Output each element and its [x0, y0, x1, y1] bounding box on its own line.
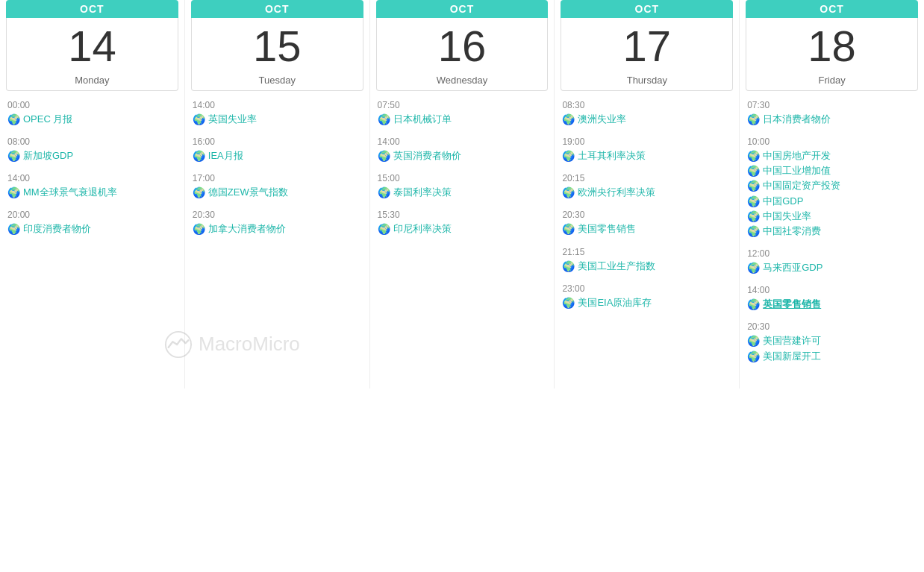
event-item: 🌍印尼利率决策 [378, 222, 547, 236]
event-group: 15:30🌍印尼利率决策 [378, 210, 547, 236]
event-group: 23:00🌍美国EIA原油库存 [562, 283, 731, 309]
date-card-14: OCT14Monday [6, 0, 178, 91]
globe-icon: 🌍 [747, 150, 760, 162]
event-item: 🌍日本机械订单 [378, 113, 547, 126]
weekday-label: Friday [746, 72, 918, 91]
event-item: 🌍美国新屋开工 [747, 350, 917, 363]
event-time: 16:00 [193, 136, 362, 147]
globe-icon: 🌍 [747, 113, 760, 125]
svg-point-0 [166, 332, 191, 357]
globe-icon: 🌍 [747, 180, 760, 192]
event-item: 🌍欧洲央行利率决策 [562, 186, 731, 199]
event-item: 🌍中国社零消费 [747, 224, 917, 238]
event-name: 日本机械订单 [393, 113, 452, 126]
globe-icon: 🌍 [378, 113, 390, 125]
globe-icon: 🌍 [562, 223, 575, 235]
event-time: 14:00 [193, 100, 362, 110]
events-list: 07:30🌍日本消费者物价10:00🌍中国房地产开发🌍中国工业增加值🌍中国固定资… [740, 91, 924, 363]
event-time: 20:15 [562, 173, 731, 183]
event-time: 23:00 [562, 283, 731, 294]
event-item: 🌍IEA月报 [193, 149, 362, 163]
event-item: 🌍澳洲失业率 [562, 113, 731, 126]
event-item: 🌍中国房地产开发 [747, 149, 917, 163]
event-group: 14:00🌍英国消费者物价 [378, 136, 547, 163]
day-number: 14 [6, 18, 178, 72]
event-name: 土耳其利率决策 [578, 149, 646, 163]
event-name: 德国ZEW景气指数 [208, 186, 288, 199]
globe-icon: 🌍 [7, 150, 20, 162]
event-item: 🌍英国零售销售 [747, 298, 917, 311]
month-label: OCT [6, 0, 178, 18]
weekday-label: Wednesday [376, 72, 549, 91]
event-group: 12:00🌍马来西亚GDP [747, 248, 917, 274]
event-item: 🌍美国零售销售 [562, 222, 731, 236]
event-time: 07:50 [378, 100, 547, 110]
date-card-16: OCT16Wednesday [376, 0, 549, 91]
event-group: 00:00🌍OPEC 月报 [7, 100, 177, 126]
event-time: 20:30 [193, 210, 362, 220]
event-name: 欧洲央行利率决策 [578, 186, 655, 199]
calendar-grid: OCT14Monday00:00🌍OPEC 月报08:00🌍新加坡GDP14:0… [0, 0, 924, 389]
event-name: 美国工业生产指数 [578, 260, 655, 273]
globe-icon: 🌍 [7, 186, 20, 198]
event-item: 🌍中国工业增加值 [747, 164, 917, 177]
event-time: 08:00 [7, 136, 177, 147]
day-col-14: OCT14Monday00:00🌍OPEC 月报08:00🌍新加坡GDP14:0… [0, 0, 185, 389]
event-name: 加拿大消费者物价 [208, 222, 286, 236]
event-name: 中国固定资产投资 [763, 179, 840, 192]
event-time: 14:00 [7, 173, 177, 183]
globe-icon: 🌍 [378, 150, 390, 162]
event-name: 印尼利率决策 [393, 222, 452, 236]
event-name: 马来西亚GDP [763, 261, 822, 274]
month-label: OCT [376, 0, 549, 18]
month-label: OCT [746, 0, 918, 18]
event-item: 🌍印度消费者物价 [7, 222, 177, 236]
date-card-18: OCT18Friday [746, 0, 918, 91]
month-label: OCT [561, 0, 733, 18]
event-item: 🌍泰国利率决策 [378, 186, 547, 199]
event-time: 19:00 [562, 136, 731, 147]
globe-icon: 🌍 [562, 260, 575, 272]
weekday-label: Tuesday [191, 72, 363, 91]
event-group: 19:00🌍土耳其利率决策 [562, 136, 731, 163]
event-group: 07:30🌍日本消费者物价 [747, 100, 917, 126]
event-name: 中国房地产开发 [763, 149, 831, 163]
event-name: 美国营建许可 [763, 334, 821, 348]
globe-icon: 🌍 [378, 186, 390, 198]
event-name: 中国工业增加值 [763, 164, 831, 177]
event-group: 20:30🌍美国零售销售 [562, 210, 731, 236]
events-list: 07:50🌍日本机械订单14:00🌍英国消费者物价15:00🌍泰国利率决策15:… [370, 91, 555, 236]
globe-icon: 🌍 [7, 223, 20, 235]
event-item: 🌍美国EIA原油库存 [562, 296, 731, 309]
event-name: 美国零售销售 [578, 222, 636, 236]
event-time: 20:30 [747, 321, 917, 332]
event-group: 14:00🌍英国零售销售 [747, 285, 917, 311]
globe-icon: 🌍 [562, 297, 575, 309]
event-time: 17:00 [193, 173, 362, 183]
event-group: 20:15🌍欧洲央行利率决策 [562, 173, 731, 199]
events-list: 14:00🌍英国失业率16:00🌍IEA月报17:00🌍德国ZEW景气指数20:… [185, 91, 369, 236]
event-name: OPEC 月报 [23, 113, 72, 126]
weekday-label: Thursday [561, 72, 733, 91]
day-col-18: OCT18Friday07:30🌍日本消费者物价10:00🌍中国房地产开发🌍中国… [740, 0, 924, 389]
globe-icon: 🌍 [562, 186, 575, 198]
event-item: 🌍英国失业率 [193, 113, 362, 126]
event-time: 15:00 [378, 173, 547, 183]
globe-icon: 🌍 [747, 210, 760, 222]
event-item: 🌍新加坡GDP [7, 149, 177, 163]
event-name: MM全球景气衰退机率 [23, 186, 117, 199]
event-time: 20:30 [562, 210, 731, 220]
event-time: 08:30 [562, 100, 731, 110]
day-col-16: OCT16Wednesday07:50🌍日本机械订单14:00🌍英国消费者物价1… [370, 0, 555, 389]
event-time: 14:00 [747, 285, 917, 295]
date-card-15: OCT15Tuesday [191, 0, 363, 91]
globe-icon: 🌍 [747, 165, 760, 177]
event-name: IEA月报 [208, 149, 243, 163]
event-time: 15:30 [378, 210, 547, 220]
month-label: OCT [191, 0, 363, 18]
globe-icon: 🌍 [747, 195, 760, 207]
event-time: 20:00 [7, 210, 177, 220]
event-item: 🌍OPEC 月报 [7, 113, 177, 126]
event-item: 🌍MM全球景气衰退机率 [7, 186, 177, 199]
globe-icon: 🌍 [747, 262, 760, 274]
